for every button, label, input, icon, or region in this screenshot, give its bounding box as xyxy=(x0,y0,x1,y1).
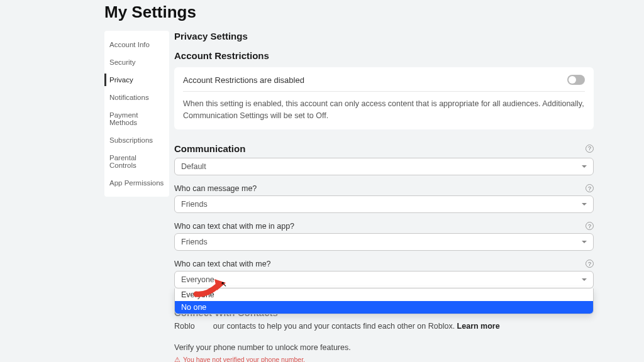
sidebar-item-payment-methods[interactable]: Payment Methods xyxy=(104,106,169,131)
dropdown-option-no-one[interactable]: No one xyxy=(175,301,593,314)
select-value: Friends xyxy=(181,200,208,209)
main-content: Privacy Settings Account Restrictions Ac… xyxy=(174,31,594,362)
communication-title: Communication xyxy=(174,143,245,154)
settings-sidebar: Account Info Security Privacy Notificati… xyxy=(104,31,169,197)
select-value: Friends xyxy=(181,238,208,246)
who-can-text-chat-app-select[interactable]: Friends xyxy=(174,233,594,251)
verify-phone-text: Verify your phone number to unlock more … xyxy=(174,343,594,352)
who-can-text-chat-select[interactable]: Everyone xyxy=(174,271,594,288)
text-chat-app-field-label: Who can text chat with me in app? xyxy=(174,222,294,231)
message-field-label: Who can message me? xyxy=(174,184,257,193)
connect-contacts-text: Roblox in your contacts to help you and … xyxy=(174,322,594,331)
restrictions-help-text: When this setting is enabled, this accou… xyxy=(183,98,585,122)
help-icon[interactable]: ? xyxy=(586,184,594,192)
dropdown-option-everyone[interactable]: Everyone xyxy=(175,288,593,301)
text-chat-dropdown-list: Everyone No one xyxy=(174,288,594,314)
select-value: Everyone xyxy=(181,275,214,284)
select-value: Default xyxy=(181,162,206,171)
privacy-settings-title: Privacy Settings xyxy=(174,31,594,41)
account-restrictions-card: Account Restrictions are disabled When t… xyxy=(174,67,594,129)
learn-more-link[interactable]: Learn more xyxy=(457,322,500,331)
text-chat-field-label: Who can text chat with me? xyxy=(174,260,271,268)
account-restrictions-title: Account Restrictions xyxy=(174,50,594,61)
restrictions-toggle-label: Account Restrictions are disabled xyxy=(183,75,304,85)
phone-warning-text: You have not verified your phone number. xyxy=(183,356,305,362)
sidebar-item-app-permissions[interactable]: App Permissions xyxy=(104,174,169,192)
chevron-down-icon xyxy=(582,203,587,206)
warning-icon: ⚠ xyxy=(174,356,180,363)
help-icon[interactable]: ? xyxy=(586,222,594,230)
sidebar-item-subscriptions[interactable]: Subscriptions xyxy=(104,131,169,149)
chevron-down-icon xyxy=(582,278,587,281)
sidebar-item-privacy[interactable]: Privacy xyxy=(104,71,169,89)
sidebar-item-notifications[interactable]: Notifications xyxy=(104,89,169,106)
who-can-message-select[interactable]: Friends xyxy=(174,195,594,213)
help-icon[interactable]: ? xyxy=(586,260,594,268)
help-icon[interactable]: ? xyxy=(586,145,594,153)
sidebar-item-account-info[interactable]: Account Info xyxy=(104,36,169,53)
chevron-down-icon xyxy=(582,241,587,243)
chevron-down-icon xyxy=(582,165,587,168)
communication-default-select[interactable]: Default xyxy=(174,158,594,175)
restrictions-toggle[interactable] xyxy=(567,75,585,85)
sidebar-item-parental-controls[interactable]: Parental Controls xyxy=(104,149,169,174)
sidebar-item-security[interactable]: Security xyxy=(104,53,169,71)
page-title: My Settings xyxy=(104,3,644,22)
